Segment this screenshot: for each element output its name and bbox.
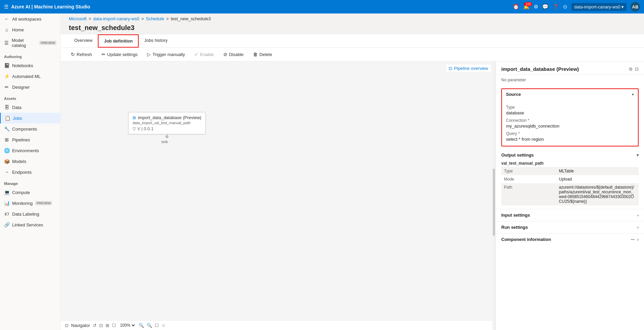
expand-icon[interactable]: ⧉ [629,66,632,72]
sidebar-item-environments[interactable]: 🌐 Environments [0,145,60,156]
run-settings-row[interactable]: Run settings › [496,221,644,233]
update-settings-button[interactable]: ✏ Update settings [100,50,140,58]
sidebar-item-data-labeling[interactable]: 🏷 Data Labeling [0,209,60,219]
authoring-section-label: Authoring [0,51,60,60]
component-information-row[interactable]: Component information ··· › [496,233,644,245]
refresh-button[interactable]: ↻ Refresh [69,50,94,58]
pipeline-node[interactable]: ⊞ import_data_database (Preview) data_im… [128,112,206,134]
tab-overview[interactable]: Overview [69,34,98,48]
sidebar-item-jobs[interactable]: 📋 Jobs [0,113,60,123]
environments-icon: 🌐 [4,148,9,153]
sidebar-item-monitoring[interactable]: 📊 Monitoring PREVIEW [0,198,60,209]
settings-icon[interactable]: ⚙ [534,4,538,10]
trigger-manually-button[interactable]: ▷ Trigger manually [145,50,187,58]
tab-jobs-history[interactable]: Jobs history [139,34,173,48]
panel-header: import_data_database (Preview) ⧉ ⊡ [496,61,644,75]
sidebar-pipelines-label: Pipelines [12,137,30,142]
auto-layout-icon[interactable]: ☆ [162,323,166,328]
hamburger-icon[interactable]: ☰ [4,4,8,10]
sidebar: ← All workspaces ⌂ Home ☰ Model catalog … [0,13,61,330]
sidebar-environments-label: Environments [12,148,39,153]
sidebar-data-label: Data [12,105,21,110]
pipeline-overview-icon: ⊡ [449,66,452,71]
monitoring-icon: 📊 [4,200,9,206]
sidebar-item-endpoints[interactable]: → Endpoints [0,167,60,177]
breadcrumb: Microsoft > data-import-canary-ws0 > Sch… [61,13,644,23]
breadcrumb-sep-2: > [141,16,144,21]
avatar[interactable]: AB [631,2,640,11]
zoom-select[interactable]: 100% 75% 50% 125% [119,323,136,328]
component-info-ellipsis[interactable]: ··· [631,237,635,242]
pipelines-icon: ⊞ [4,137,9,142]
data-icon: 🗄 [4,105,9,110]
source-section-header[interactable]: Source ▾ [502,89,638,100]
chat-icon[interactable]: 💬 [542,4,549,10]
topbar: ☰ Azure AI | Machine Learning Studio ⏰ 🔔… [0,0,644,13]
connector-dot [166,135,168,138]
input-settings-row[interactable]: Input settings › [496,209,644,221]
screenshot-icon[interactable]: ☐ [155,323,159,328]
grid-icon[interactable]: ⊞ [106,323,109,328]
sidebar-item-automated-ml[interactable]: ⚡ Automated ML [0,71,60,82]
preview-badge: PREVIEW [39,41,56,45]
pipeline-canvas[interactable]: ⊡ Pipeline overview ⊞ import_data_databa… [61,61,496,330]
breadcrumb-schedule[interactable]: Schedule [146,16,164,21]
linked-services-icon: 🔗 [4,222,9,227]
delete-button[interactable]: 🗑 Delete [251,50,274,58]
panel-no-parameter: No parameter [496,75,644,85]
enable-button[interactable]: ✓ Enable [192,50,216,58]
output-type-row: Type MLTable [501,167,639,175]
sidebar-linked-services-label: Linked Services [12,222,43,227]
node-title: import_data_database (Preview) [138,115,201,120]
node-type-icon: ⊞ [133,115,136,120]
panel-title: import_data_database (Preview) [501,66,579,72]
query-value: select * from region [506,137,634,142]
sidebar-item-pipelines[interactable]: ⊞ Pipelines [0,134,60,145]
tab-job-definition[interactable]: Job definition [98,34,139,48]
account-icon[interactable]: ⊙ [563,4,567,10]
zoom-in-icon[interactable]: 🔍 [147,323,152,328]
sidebar-item-home[interactable]: ⌂ Home [0,24,60,35]
page-header: test_new_schedule3 [61,23,644,34]
sidebar-item-designer[interactable]: ✏ Designer [0,82,60,92]
pipeline-overview-label: Pipeline overview [454,66,488,71]
topbar-right: ⏰ 🔔 100 ⚙ 💬 ❓ ⊙ data-import-canary-ws0 ▾… [513,2,640,11]
pipeline-overview-button[interactable]: ⊡ Pipeline overview [446,64,491,73]
tabs: Overview Job definition Jobs history [61,34,644,48]
main-content: Microsoft > data-import-canary-ws0 > Sch… [61,13,644,330]
breadcrumb-microsoft[interactable]: Microsoft [69,16,87,21]
clock-icon[interactable]: ⏰ [513,4,519,10]
fit-icon[interactable]: ⊡ [99,323,103,328]
output-table: Type MLTable Mode Upload Path azureml://… [501,167,639,205]
sidebar-item-notebooks[interactable]: 📓 Notebooks [0,60,60,71]
breadcrumb-workspace[interactable]: data-import-canary-ws0 [93,16,139,21]
node-subtitle: data_import_val_test_manual_path [133,121,201,125]
sidebar-item-linked-services[interactable]: 🔗 Linked Services [0,219,60,230]
monitoring-preview-badge: PREVIEW [35,201,52,205]
sidebar-item-model-catalog[interactable]: ☰ Model catalog PREVIEW [0,35,60,51]
type-label: Type [506,105,634,110]
sidebar-item-data[interactable]: 🗄 Data [0,102,60,113]
workspace-selector[interactable]: data-import-canary-ws0 ▾ [571,3,626,11]
navigator-icon[interactable]: ⊡ [65,323,68,328]
close-icon[interactable]: ⊡ [635,66,639,72]
comment-icon[interactable]: ☐ [112,323,116,328]
scroll-track[interactable] [493,61,495,330]
page-title: test_new_schedule3 [69,24,636,32]
help-icon[interactable]: ❓ [553,4,559,10]
sidebar-item-back[interactable]: ← All workspaces [0,13,60,24]
zoom-out-icon[interactable]: 🔍 [139,323,144,328]
refresh-canvas-icon[interactable]: ↺ [93,323,96,328]
disable-button[interactable]: ⊘ Disable [221,50,246,58]
automated-ml-icon: ⚡ [4,74,9,79]
output-settings-section: Output settings ▾ val_test_manual_path T… [501,150,639,205]
sidebar-item-models[interactable]: 📦 Models [0,156,60,167]
output-path-row: Path azureml://datastores/${default_data… [501,183,639,205]
sidebar-item-compute[interactable]: 💻 Compute [0,187,60,198]
output-subsection: val_test_manual_path [501,161,639,166]
sidebar-components-label: Components [12,127,37,132]
input-settings-label: Input settings [501,213,530,218]
output-settings-title[interactable]: Output settings ▾ [501,150,639,159]
sidebar-item-components[interactable]: 🔧 Components [0,123,60,134]
node-connector [166,133,168,138]
